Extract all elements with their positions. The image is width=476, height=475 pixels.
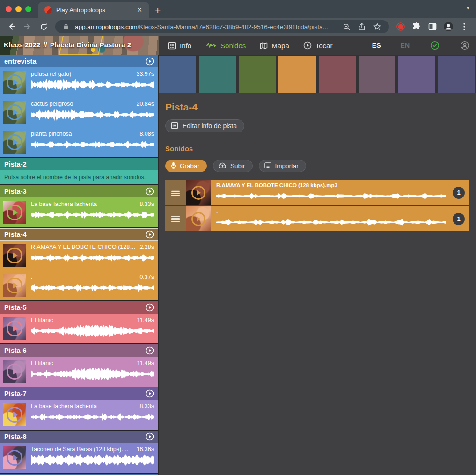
sound-row-play-icon[interactable] bbox=[191, 186, 205, 200]
browser-tab[interactable]: Play Antropoloops ✕ bbox=[38, 2, 149, 18]
sound-clip[interactable]: La base fachera facherita 8.33s bbox=[0, 197, 158, 227]
sync-check-icon[interactable] bbox=[430, 41, 439, 50]
sound-clip[interactable]: El titanic 11.49s bbox=[0, 314, 158, 343]
sound-clip[interactable]: La base fachera facherita 8.33s bbox=[0, 400, 158, 430]
clip-play-icon[interactable] bbox=[7, 248, 22, 263]
clip-play-icon[interactable] bbox=[7, 364, 22, 380]
track-header[interactable]: Pista-4 bbox=[0, 228, 158, 241]
track-swatch-4-selected[interactable] bbox=[278, 56, 315, 93]
clip-play-icon[interactable] bbox=[7, 205, 22, 220]
forward-button[interactable] bbox=[21, 20, 35, 34]
clip-play-icon[interactable] bbox=[7, 278, 22, 293]
nav-item-tocar[interactable]: Tocar bbox=[303, 41, 333, 50]
waveform-icon bbox=[205, 42, 217, 49]
nav-item-sonidos[interactable]: Sonidos bbox=[205, 42, 246, 50]
clip-thumbnail[interactable] bbox=[3, 446, 26, 469]
record-button[interactable]: Grabar bbox=[165, 160, 207, 172]
track-header[interactable]: Pista-2 bbox=[0, 158, 158, 170]
clip-play-icon[interactable] bbox=[7, 321, 22, 336]
tab-search-chevron-icon[interactable]: ▾ bbox=[466, 4, 469, 11]
sound-clip[interactable]: R.AMAYA Y EL BOBOTE CHICO (128 kbps).mp3… bbox=[0, 241, 158, 270]
clip-thumbnail[interactable] bbox=[3, 101, 26, 124]
clip-thumbnail[interactable] bbox=[3, 131, 26, 154]
track-play-icon[interactable] bbox=[146, 303, 154, 312]
track-play-icon[interactable] bbox=[146, 187, 154, 196]
zoom-out-icon[interactable] bbox=[341, 23, 352, 30]
sound-clip[interactable]: El titanic 11.49s bbox=[0, 357, 158, 387]
clip-play-icon[interactable] bbox=[7, 134, 22, 150]
drag-handle-icon[interactable] bbox=[165, 180, 186, 205]
sound-row-play-icon[interactable] bbox=[191, 212, 205, 226]
clip-thumbnail[interactable] bbox=[3, 274, 26, 297]
edit-track-info-button[interactable]: Editar info de pista bbox=[165, 119, 244, 132]
track-play-icon[interactable] bbox=[146, 346, 154, 355]
clip-play-icon[interactable] bbox=[7, 74, 22, 90]
new-tab-button[interactable]: + bbox=[149, 5, 167, 18]
track-header[interactable]: Pista-7 bbox=[0, 387, 158, 400]
clip-duration: 11.49s bbox=[137, 317, 154, 323]
track-play-icon[interactable] bbox=[146, 230, 154, 239]
sound-clip[interactable]: pelusa (el gato) 33.97s bbox=[0, 67, 158, 97]
clip-thumbnail[interactable] bbox=[3, 360, 26, 383]
breadcrumb-separator: // bbox=[43, 41, 47, 49]
track-header[interactable]: Pista-5 bbox=[0, 301, 158, 314]
clip-play-icon[interactable] bbox=[7, 450, 22, 466]
track-name: Pista-8 bbox=[4, 433, 27, 440]
record-extension-icon[interactable] bbox=[394, 20, 408, 34]
window-close-button[interactable] bbox=[6, 6, 12, 12]
account-icon[interactable] bbox=[460, 41, 469, 50]
sound-row-thumbnail[interactable] bbox=[186, 206, 211, 231]
clip-waveform bbox=[31, 282, 154, 294]
clip-play-icon[interactable] bbox=[7, 104, 22, 120]
side-panel-icon[interactable] bbox=[425, 20, 439, 34]
sound-clip[interactable]: planta pinchosa 8.08s bbox=[0, 127, 158, 157]
clip-thumbnail[interactable] bbox=[3, 403, 26, 426]
track-swatch-7[interactable] bbox=[398, 56, 435, 93]
tab-close-icon[interactable]: ✕ bbox=[134, 5, 145, 15]
track-swatch-3[interactable] bbox=[239, 56, 276, 93]
share-icon[interactable] bbox=[356, 23, 367, 30]
track-play-icon[interactable] bbox=[146, 57, 154, 66]
reload-button[interactable] bbox=[37, 20, 51, 34]
window-minimize-button[interactable] bbox=[15, 6, 22, 12]
track-play-icon[interactable] bbox=[146, 389, 154, 398]
track-header[interactable]: Pista-8 bbox=[0, 431, 158, 443]
nav-item-info[interactable]: Info bbox=[168, 42, 191, 50]
sound-clip[interactable]: . 0.37s bbox=[0, 270, 158, 300]
clip-thumbnail[interactable] bbox=[3, 317, 26, 340]
import-button[interactable]: Importar bbox=[259, 160, 306, 172]
clip-waveform bbox=[31, 109, 154, 121]
clip-thumbnail[interactable] bbox=[3, 201, 26, 224]
back-button[interactable] bbox=[5, 20, 19, 34]
lang-en-button[interactable]: EN bbox=[401, 42, 410, 49]
lang-es-button[interactable]: ES bbox=[372, 42, 381, 49]
sound-row-thumbnail[interactable] bbox=[186, 180, 211, 205]
drag-handle-icon[interactable] bbox=[165, 206, 186, 231]
clip-play-icon[interactable] bbox=[7, 407, 22, 423]
browser-menu-kebab-icon[interactable] bbox=[457, 20, 471, 34]
track-swatch-1[interactable] bbox=[159, 56, 196, 93]
track-play-icon[interactable] bbox=[146, 432, 154, 441]
sound-row-body[interactable]: . 1 bbox=[211, 206, 469, 231]
window-zoom-button[interactable] bbox=[25, 6, 31, 12]
sound-clip[interactable]: cactus peligroso 20.84s bbox=[0, 97, 158, 127]
track-swatch-6[interactable] bbox=[359, 56, 395, 93]
address-bar[interactable]: app.antropoloops.com/Kleos-Santa-Marina/… bbox=[55, 20, 389, 33]
nav-item-mapa[interactable]: Mapa bbox=[260, 42, 289, 50]
bookmark-star-icon[interactable] bbox=[371, 23, 383, 30]
browser-profile-avatar[interactable] bbox=[441, 20, 455, 34]
breadcrumb-project[interactable]: Kleos 2022 bbox=[4, 41, 40, 49]
track-swatch-8[interactable] bbox=[438, 56, 475, 93]
upload-button[interactable]: Subir bbox=[213, 160, 253, 172]
clip-thumbnail[interactable] bbox=[3, 244, 26, 267]
track-header[interactable]: entrevista bbox=[0, 55, 158, 67]
track-swatch-5[interactable] bbox=[319, 56, 356, 93]
sound-row-body[interactable]: R.AMAYA Y EL BOBOTE CHICO (128 kbps).mp3… bbox=[211, 180, 469, 205]
track-header[interactable]: Pista-6 bbox=[0, 344, 158, 357]
sound-clip[interactable]: Taconeo de Sara Baras (128 kbps).mp3 16.… bbox=[0, 443, 158, 473]
track-header[interactable]: Pista-3 bbox=[0, 185, 158, 197]
track-swatch-2[interactable] bbox=[199, 56, 236, 93]
extensions-puzzle-icon[interactable] bbox=[410, 20, 424, 34]
map-banner[interactable]: Kleos 2022//Placeta Divina Pastora 2 bbox=[0, 36, 159, 55]
clip-thumbnail[interactable] bbox=[3, 71, 26, 94]
